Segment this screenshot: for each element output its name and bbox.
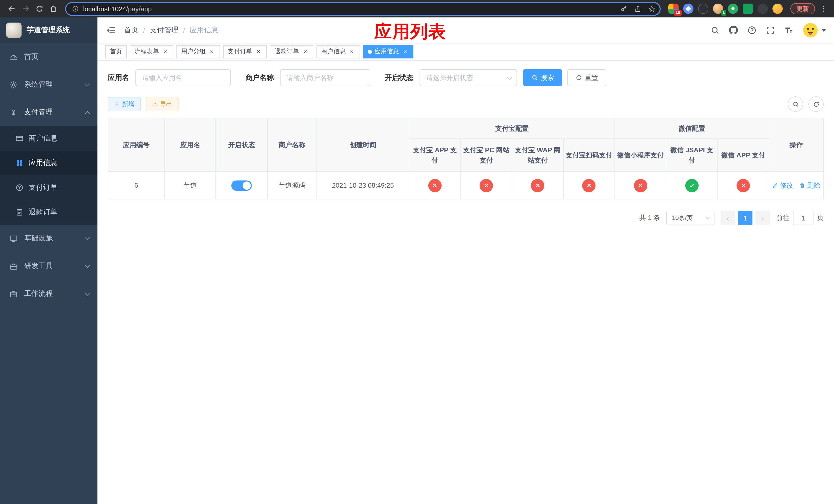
breadcrumb-home[interactable]: 首页 [124,26,138,35]
tab-close-icon[interactable]: × [348,48,355,55]
search-icon[interactable] [710,26,720,35]
status-toggle[interactable] [231,180,252,190]
reset-button[interactable]: 重置 [567,69,606,86]
tab-refund-order[interactable]: 退款订单× [270,45,313,58]
dashboard-icon [9,52,18,61]
cell-alipay-qr [564,171,615,199]
browser-extension-icon[interactable]: 10 [668,4,679,14]
password-key-icon[interactable] [620,5,628,13]
cell-actions: 修改 删除 [769,171,824,199]
sidebar-item-home[interactable]: 首页 [0,43,97,71]
browser-back-icon[interactable] [5,2,18,15]
status-select[interactable]: 请选择开启状态 [420,69,517,86]
browser-extension-icon[interactable] [683,4,694,14]
sidebar-item-pay-order[interactable]: 支付订单 [0,175,97,200]
tab-close-icon[interactable]: × [255,48,262,55]
hamburger-icon[interactable] [106,25,116,36]
sidebar-item-refund-order[interactable]: 退款订单 [0,200,97,225]
button-label: 新增 [122,100,134,109]
help-icon[interactable] [747,26,756,35]
app-title: 芋道管理系统 [27,26,70,35]
fullscreen-icon[interactable] [766,26,775,35]
prev-page-button[interactable]: ‹ [721,211,735,225]
next-page-button[interactable]: › [755,211,770,225]
browser-update-button[interactable]: 更新 [790,3,815,14]
site-info-icon[interactable] [72,5,79,12]
sidebar-item-infra[interactable]: 基础设施 [0,225,97,252]
sidebar-item-label: 首页 [24,52,39,62]
tab-pay-order[interactable]: 支付订单× [223,45,267,58]
total-count: 共 1 条 [639,213,660,223]
data-table: 应用编号 应用名 开启状态 商户名称 创建时间 支付宝配置 微信配置 操作 支付… [108,118,824,200]
merchant-name-input[interactable] [280,69,370,86]
export-button[interactable]: 导出 [146,97,178,111]
tab-close-icon[interactable]: × [402,48,409,55]
page-header: 首页 / 支付管理 / 应用信息 应用列表 [97,18,834,43]
app-name-input[interactable] [135,69,231,86]
browser-forward-icon[interactable] [19,2,32,15]
search-icon [531,74,538,81]
share-icon[interactable] [634,5,642,13]
address-bar[interactable]: localhost:1024/pay/app [65,2,661,16]
sidebar-menu: 首页 系统管理 支付管理 商户信息 [0,43,97,504]
tab-app-info[interactable]: 应用信息× [363,45,413,58]
font-size-icon[interactable] [784,26,793,35]
browser-extension-icon[interactable]: 1 [713,4,723,14]
table-row: 6 芋道 芋道源码 2021-10-23 08:49:25 [108,171,824,199]
browser-extension-icon[interactable] [698,4,708,14]
browser-home-icon[interactable] [47,2,60,15]
sidebar-logo[interactable]: 芋道管理系统 [0,18,97,43]
chevron-down-icon [507,74,512,79]
cell-merchant: 芋道源码 [267,171,316,199]
browser-profile-icon[interactable] [772,4,783,14]
chevron-down-icon [705,214,711,220]
avatar [803,23,818,38]
chevron-up-icon [85,111,90,116]
tab-merchant-info[interactable]: 商户信息× [316,45,360,58]
col-header-wx-mini: 微信小程序支付 [615,139,666,171]
add-button[interactable]: 新增 [108,97,140,111]
edit-link[interactable]: 修改 [772,181,793,190]
delete-link[interactable]: 删除 [799,181,820,190]
search-button[interactable]: 搜索 [523,69,562,86]
sidebar-item-app-info[interactable]: 应用信息 [0,151,97,175]
sidebar-item-payment[interactable]: 支付管理 [0,98,97,126]
col-header-alipay-app: 支付宝 APP 支付 [409,139,460,171]
tab-process-form[interactable]: 流程表单× [130,45,173,58]
tab-close-icon[interactable]: × [208,48,215,55]
browser-extension-icon[interactable] [758,4,768,14]
browser-extension-icon[interactable] [743,4,753,14]
toggle-search-button[interactable] [788,96,803,112]
tab-label: 退款订单 [275,47,299,56]
url-path: /pay/app [126,5,152,13]
alipay-wap-status-icon [531,179,544,192]
sidebar-item-label: 系统管理 [24,80,53,89]
tab-user-group[interactable]: 用户分组× [176,45,220,58]
pagination: 共 1 条 10条/页 ‹ 1 › 前往 页 [108,211,824,225]
browser-extension-icon[interactable] [728,4,738,14]
breadcrumb: 首页 / 支付管理 / 应用信息 [124,26,219,35]
sidebar-item-system[interactable]: 系统管理 [0,71,97,98]
tab-close-icon[interactable]: × [161,48,169,55]
page-size-select[interactable]: 10条/页 [666,211,715,225]
user-avatar-menu[interactable] [803,23,826,38]
cell-app-name: 芋道 [164,171,216,199]
tab-home[interactable]: 首页 [105,45,127,58]
sidebar-item-devtools[interactable]: 研发工具 [0,252,97,280]
logo-avatar [6,23,22,38]
tab-close-icon[interactable]: × [302,48,309,55]
bookmark-star-icon[interactable] [648,5,656,13]
sidebar-item-merchant-info[interactable]: 商户信息 [0,126,97,151]
goto-page-input[interactable] [793,211,813,225]
omnibox-actions [620,5,656,13]
grid-icon [15,159,24,167]
page-number-button[interactable]: 1 [738,211,752,225]
browser-menu-icon[interactable] [819,5,829,13]
refresh-table-button[interactable] [808,96,824,112]
breadcrumb-section[interactable]: 支付管理 [150,26,178,35]
github-icon[interactable] [729,26,738,35]
sidebar-item-workflow[interactable]: 工作流程 [0,280,97,307]
alipay-qr-status-icon [583,179,596,192]
col-header-alipay-wap: 支付宝 WAP 网站支付 [512,139,563,171]
browser-reload-icon[interactable] [33,2,46,15]
